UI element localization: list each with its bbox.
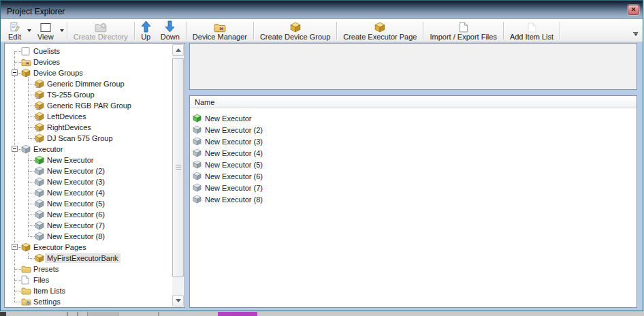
view-group: View bbox=[33, 20, 65, 42]
toolbar-separator bbox=[67, 22, 67, 40]
import-export-icon bbox=[459, 20, 468, 33]
tree-item-executor-pages[interactable]: Executor Pages bbox=[5, 242, 172, 253]
executor-item-icon bbox=[193, 172, 204, 181]
down-button[interactable]: Down bbox=[156, 20, 184, 42]
executor-item-icon bbox=[35, 210, 45, 219]
tree-item-generic-dimmer-group[interactable]: Generic Dimmer Group bbox=[5, 78, 172, 89]
tree-item-new-executor-2[interactable]: New Executor (2) bbox=[5, 165, 172, 176]
tree-item-devices[interactable]: Devices bbox=[5, 57, 172, 67]
dropdown-arrow-icon[interactable] bbox=[59, 20, 65, 42]
device-manager-group: Device Manager bbox=[188, 20, 252, 42]
list-item-new-executor[interactable]: New Executor bbox=[190, 112, 637, 124]
background-window-fragment bbox=[67, 312, 68, 316]
tree-expander-icon[interactable] bbox=[12, 146, 18, 152]
scrollbar-thumb[interactable] bbox=[172, 58, 184, 277]
executor-item-icon bbox=[35, 166, 45, 176]
tree-item-label: Generic RGB PAR Group bbox=[45, 101, 133, 110]
tree-item-files[interactable]: Files bbox=[5, 274, 172, 285]
toolbar-overflow-button[interactable] bbox=[631, 30, 640, 40]
dropdown-arrow-icon[interactable] bbox=[26, 20, 33, 42]
tree-connector bbox=[28, 160, 35, 161]
list-item-new-executor-3[interactable]: New Executor (3) bbox=[190, 136, 637, 147]
executor-pages-icon bbox=[21, 242, 31, 252]
list-item-label: New Executor bbox=[204, 114, 251, 123]
tree-item-label: MyFirstExecutorBank bbox=[45, 253, 120, 263]
tree-item-label: Files bbox=[31, 275, 51, 285]
tree-item-item-lists[interactable]: Item Lists bbox=[5, 285, 172, 296]
tree-item-label: Executor bbox=[31, 144, 65, 154]
list-item-new-executor-7[interactable]: New Executor (7) bbox=[190, 182, 637, 193]
thumb-grip-icon bbox=[176, 165, 181, 170]
list-rows: New ExecutorNew Executor (2)New Executor… bbox=[190, 108, 637, 205]
list-item-label: New Executor (8) bbox=[204, 195, 263, 204]
list-item-new-executor-8[interactable]: New Executor (8) bbox=[190, 193, 637, 205]
device-manager-icon bbox=[214, 20, 226, 33]
tree-scrollbar[interactable] bbox=[172, 44, 184, 306]
device-group-item-icon bbox=[35, 79, 45, 89]
list-item-new-executor-6[interactable]: New Executor (6) bbox=[190, 170, 637, 182]
device-manager-button[interactable]: Device Manager bbox=[188, 20, 252, 42]
import-export-files-button[interactable]: Import / Export Files bbox=[425, 20, 501, 42]
tree-item-settings[interactable]: Settings bbox=[5, 296, 172, 306]
tree-item-new-executor-3[interactable]: New Executor (3) bbox=[5, 176, 172, 187]
list-column-header[interactable]: Name bbox=[190, 96, 637, 108]
executor-icon bbox=[21, 144, 31, 154]
tree-item-ts-255-group[interactable]: TS-255 Group bbox=[5, 89, 172, 100]
tree-item-device-groups[interactable]: Device Groups bbox=[5, 67, 172, 78]
tree-item-label: Presets bbox=[31, 264, 61, 274]
tree-item-generic-rgb-par-group[interactable]: Generic RGB PAR Group bbox=[5, 100, 172, 111]
tree-item-cuelists[interactable]: Cuelists bbox=[5, 46, 172, 57]
tree-connector bbox=[28, 236, 35, 237]
down-triangle-icon bbox=[176, 299, 181, 305]
create-device-group-icon bbox=[290, 20, 301, 33]
executor-item-icon bbox=[193, 160, 204, 170]
tree-item-dj-scan-575-group[interactable]: DJ Scan 575 Group bbox=[5, 133, 172, 144]
create-device-group-button[interactable]: Create Device Group bbox=[255, 20, 335, 42]
device-group-item-icon bbox=[35, 133, 45, 143]
toolbar-button-label: Add Item List bbox=[510, 33, 553, 42]
background-window-fragment bbox=[87, 312, 118, 316]
edit-button[interactable]: Edit bbox=[3, 20, 26, 42]
tree-item-new-executor-6[interactable]: New Executor (6) bbox=[5, 209, 172, 220]
executor-active-icon bbox=[35, 155, 45, 165]
tree-item-new-executor-5[interactable]: New Executor (5) bbox=[5, 198, 172, 209]
toolbar-separator bbox=[336, 22, 337, 40]
toolbar-button-label: Import / Export Files bbox=[430, 33, 496, 42]
window-title: Project Explorer bbox=[1, 3, 65, 16]
tree-connector bbox=[28, 182, 35, 183]
tree-item-presets[interactable]: Presets bbox=[5, 264, 172, 274]
list-item-new-executor-2[interactable]: New Executor (2) bbox=[190, 124, 637, 136]
triangle-glyph bbox=[27, 29, 31, 34]
tree-expander-icon[interactable] bbox=[12, 69, 18, 76]
tree-item-new-executor[interactable]: New Executor bbox=[5, 155, 172, 165]
tree-item-new-executor-7[interactable]: New Executor (7) bbox=[5, 220, 172, 231]
titlebar[interactable]: Project Explorer ✕ bbox=[1, 1, 643, 19]
tree-connector bbox=[18, 149, 21, 150]
executor-active-icon bbox=[193, 114, 204, 123]
tree-item-label: New Executor (7) bbox=[45, 221, 107, 230]
presets-icon bbox=[21, 264, 31, 274]
tree-connector bbox=[28, 204, 35, 204]
tree-expander-icon[interactable] bbox=[12, 244, 18, 250]
create-executor-page-button[interactable]: Create Executor Page bbox=[338, 20, 421, 42]
tree-item-rightdevices[interactable]: RightDevices bbox=[5, 122, 172, 133]
up-button[interactable]: Up bbox=[136, 20, 156, 42]
scroll-up-button[interactable] bbox=[172, 44, 184, 56]
tree-item-leftdevices[interactable]: LeftDevices bbox=[5, 111, 172, 122]
close-button[interactable]: ✕ bbox=[628, 5, 639, 15]
tree-item-myfirstexecutorbank[interactable]: MyFirstExecutorBank bbox=[5, 253, 172, 264]
tree-connector bbox=[28, 138, 35, 139]
create-directory-icon bbox=[95, 20, 107, 33]
list-item-new-executor-5[interactable]: New Executor (5) bbox=[190, 159, 637, 170]
tree-item-new-executor-8[interactable]: New Executor (8) bbox=[5, 231, 172, 242]
tree-connector bbox=[14, 302, 21, 302]
list-item-new-executor-4[interactable]: New Executor (4) bbox=[190, 147, 637, 159]
add-item-list-button[interactable]: Add Item List bbox=[505, 20, 558, 42]
background-window-fragment bbox=[0, 312, 6, 316]
tree-item-label: New Executor (3) bbox=[45, 177, 107, 187]
tree-item-executor[interactable]: Executor bbox=[5, 144, 172, 155]
overflow-bar-icon bbox=[633, 32, 638, 33]
scroll-down-button[interactable] bbox=[172, 295, 184, 306]
tree-item-new-executor-4[interactable]: New Executor (4) bbox=[5, 187, 172, 198]
view-button[interactable]: View bbox=[33, 20, 59, 42]
